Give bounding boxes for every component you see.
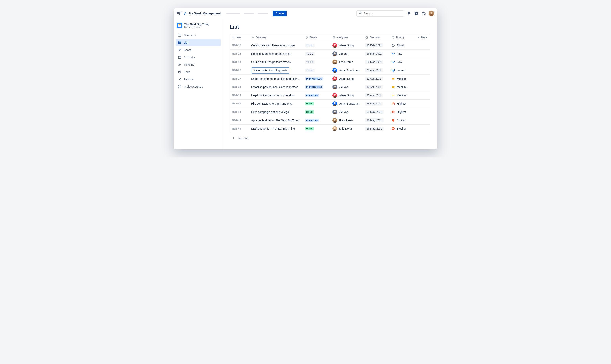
status-cell[interactable]: TO DO: [303, 60, 331, 64]
sidebar-item-form[interactable]: Form: [175, 68, 221, 76]
due-cell[interactable]: 07 May, 2021: [363, 110, 390, 114]
table-row[interactable]: NBT-49Draft budget for The Next Big Thin…: [230, 125, 430, 133]
key-cell[interactable]: NBT-14: [230, 52, 249, 55]
status-cell[interactable]: TO DO: [303, 69, 331, 72]
assignee-cell[interactable]: Amar Sundaram: [331, 68, 363, 73]
key-cell[interactable]: NBT-33: [230, 85, 249, 88]
summary-cell[interactable]: Legal contract approval for vendors: [249, 94, 303, 97]
table-row[interactable]: NBT-12Collaborate with Finance for budge…: [230, 41, 430, 50]
key-cell[interactable]: NBT-44: [230, 119, 249, 122]
table-row[interactable]: NBT-33Establish post-launch success metr…: [230, 83, 430, 91]
due-cell[interactable]: 29 Mar, 2021: [363, 60, 390, 64]
summary-cell[interactable]: Draft budget for The Next Big Thing: [249, 127, 303, 130]
sidebar-item-summary[interactable]: Summary: [175, 32, 221, 39]
assignee-cell[interactable]: Jie Yan: [331, 85, 363, 90]
status-cell[interactable]: IN REVIEW: [303, 94, 331, 97]
key-cell[interactable]: NBT-22: [230, 69, 249, 72]
assignee-cell[interactable]: Milo Dona: [331, 126, 363, 131]
status-cell[interactable]: TO DO: [303, 44, 331, 47]
table-row[interactable]: NBT-40Hire contractors for April and May…: [230, 100, 430, 108]
due-cell[interactable]: 18 Mar, 2021: [363, 52, 390, 56]
table-row[interactable]: NBT-22Write content for blog postsTO DOA…: [230, 66, 430, 75]
due-cell[interactable]: 16 May, 2021: [363, 127, 390, 131]
sidebar-item-board[interactable]: Board: [175, 46, 221, 53]
sidebar-item-reports[interactable]: Reports: [175, 76, 221, 83]
due-cell[interactable]: 12 Apr, 2021: [363, 77, 390, 81]
table-row[interactable]: NBT-18Set up a full Design team reviewTO…: [230, 58, 430, 66]
summary-cell[interactable]: Establish post-launch success metrics: [249, 85, 303, 89]
project-header[interactable]: The Next Big Thing Business project: [175, 23, 221, 31]
priority-cell[interactable]: Highest: [390, 110, 415, 114]
summary-cell[interactable]: Collaborate with Finance for budget: [249, 44, 303, 47]
status-cell[interactable]: IN PROGRESS: [303, 85, 331, 89]
summary-cell[interactable]: Set up a full Design team review: [249, 61, 303, 64]
assignee-cell[interactable]: Fran Perez: [331, 118, 363, 123]
product-logo[interactable]: Jira Work Management: [184, 12, 221, 15]
summary-cell[interactable]: Sales enablement materials and pitch..: [249, 77, 303, 80]
profile-avatar[interactable]: [429, 11, 434, 16]
table-row[interactable]: NBT-14Request Marketing brand assetsTO D…: [230, 50, 430, 58]
col-due[interactable]: Due date: [363, 36, 390, 39]
status-cell[interactable]: IN REVIEW: [303, 118, 331, 122]
summary-cell[interactable]: Approve budget for The Next Big Thing: [249, 119, 303, 122]
priority-cell[interactable]: Blocker: [390, 127, 415, 130]
key-cell[interactable]: NBT-12: [230, 44, 249, 47]
sidebar-item-calendar[interactable]: Calendar: [175, 54, 221, 61]
key-cell[interactable]: NBT-27: [230, 77, 249, 80]
summary-cell[interactable]: Request Marketing brand assets: [249, 52, 303, 55]
sidebar-item-timeline[interactable]: Timeline: [175, 61, 221, 68]
notifications-icon[interactable]: [406, 11, 412, 16]
search-input[interactable]: [357, 10, 404, 17]
sidebar-item-list[interactable]: List: [175, 39, 221, 46]
assignee-cell[interactable]: Alana Song: [331, 76, 363, 81]
col-priority[interactable]: Priority: [390, 36, 415, 39]
status-cell[interactable]: DONE: [303, 110, 331, 114]
key-cell[interactable]: NBT-49: [230, 127, 249, 130]
table-row[interactable]: NBT-27Sales enablement materials and pit…: [230, 75, 430, 83]
due-cell[interactable]: 12 Apr, 2021: [363, 85, 390, 89]
col-key[interactable]: Key: [230, 36, 249, 39]
col-assignee[interactable]: Assignee: [331, 36, 363, 39]
create-button[interactable]: Create: [273, 11, 287, 16]
key-cell[interactable]: NBT-43: [230, 110, 249, 113]
key-cell[interactable]: NBT-40: [230, 102, 249, 105]
due-cell[interactable]: 17 Feb, 2021: [363, 43, 390, 47]
priority-cell[interactable]: Medium: [390, 85, 415, 89]
col-more[interactable]: More: [415, 36, 427, 39]
priority-cell[interactable]: Lowest: [390, 69, 415, 72]
table-row[interactable]: NBT-43Pitch campaign options to legalDON…: [230, 108, 430, 116]
col-status[interactable]: Status: [303, 36, 331, 39]
priority-cell[interactable]: Medium: [390, 94, 415, 97]
app-switcher-icon[interactable]: [177, 11, 182, 16]
priority-cell[interactable]: Highest: [390, 102, 415, 105]
key-cell[interactable]: NBT-35: [230, 94, 249, 97]
help-icon[interactable]: ?: [414, 11, 419, 16]
assignee-cell[interactable]: Jie Yan: [331, 110, 363, 114]
key-cell[interactable]: NBT-18: [230, 61, 249, 64]
status-cell[interactable]: DONE: [303, 102, 331, 105]
summary-input[interactable]: Write content for blog posts: [252, 67, 289, 74]
status-cell[interactable]: TO DO: [303, 52, 331, 55]
table-row[interactable]: NBT-44Approve budget for The Next Big Th…: [230, 116, 430, 125]
due-cell[interactable]: 28 Apr, 2021: [363, 102, 390, 106]
settings-icon[interactable]: [421, 11, 427, 16]
summary-cell[interactable]: Pitch campaign options to legal: [249, 110, 303, 114]
priority-cell[interactable]: Medium: [390, 77, 415, 80]
col-summary[interactable]: Summary: [249, 36, 303, 39]
status-cell[interactable]: IN PROGRESS: [303, 77, 331, 80]
due-cell[interactable]: 01 Apr, 2021: [363, 68, 390, 72]
priority-cell[interactable]: Critical: [390, 119, 415, 122]
assignee-cell[interactable]: Jie Yan: [331, 51, 363, 56]
assignee-cell[interactable]: Amar Sundaram: [331, 101, 363, 106]
status-cell[interactable]: DONE: [303, 127, 331, 130]
assignee-cell[interactable]: Alana Song: [331, 43, 363, 48]
due-cell[interactable]: 16 May, 2021: [363, 118, 390, 122]
search-field[interactable]: [364, 12, 402, 15]
summary-cell[interactable]: Hire contractors for April and May: [249, 102, 303, 105]
table-row[interactable]: NBT-35Legal contract approval for vendor…: [230, 91, 430, 100]
priority-cell[interactable]: Low: [390, 52, 415, 55]
add-item-button[interactable]: Add item: [230, 133, 430, 142]
sidebar-item-settings[interactable]: Project settings: [175, 83, 221, 90]
assignee-cell[interactable]: Alana Song: [331, 93, 363, 98]
assignee-cell[interactable]: Fran Perez: [331, 60, 363, 65]
